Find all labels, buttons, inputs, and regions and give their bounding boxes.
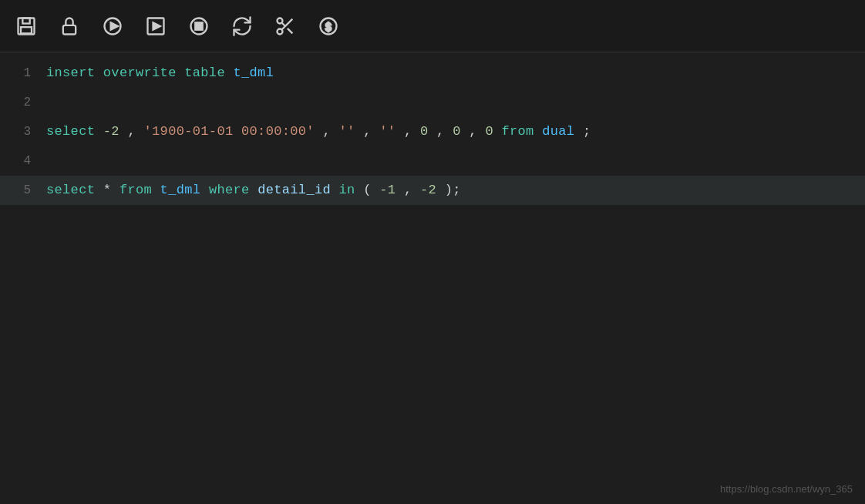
- svg-marker-7: [153, 22, 160, 29]
- toolbar: $: [0, 0, 865, 52]
- code-line-4: 4: [0, 146, 865, 176]
- refresh-icon[interactable]: [228, 12, 256, 40]
- play-step-icon[interactable]: [142, 12, 170, 40]
- code-line-2: 2: [0, 88, 865, 117]
- line-number-2: 2: [0, 88, 46, 117]
- code-line-5: 5 select * from t_dml where detail_id in…: [0, 176, 865, 205]
- svg-rect-9: [195, 22, 202, 29]
- line-content-3: select -2 , '1900-01-01 00:00:00' , '' ,…: [46, 117, 591, 146]
- lock-icon[interactable]: [56, 12, 83, 40]
- stop-icon[interactable]: [185, 12, 213, 40]
- line-number-4: 4: [0, 146, 46, 176]
- code-editor[interactable]: 1 insert overwrite table t_dml 2 3 selec…: [0, 52, 865, 504]
- svg-point-11: [278, 29, 283, 34]
- dollar-icon[interactable]: $: [315, 12, 342, 40]
- line-content-5: select * from t_dml where detail_id in (…: [46, 176, 461, 205]
- code-line-1: 1 insert overwrite table t_dml: [0, 59, 865, 88]
- line-number-5: 5: [0, 176, 46, 205]
- svg-rect-3: [63, 25, 76, 34]
- scissors-icon[interactable]: [271, 12, 299, 40]
- svg-text:$: $: [325, 20, 332, 32]
- play-icon[interactable]: [99, 12, 126, 40]
- line-number-3: 3: [0, 117, 46, 146]
- svg-rect-1: [22, 18, 29, 23]
- url-watermark: https://blog.csdn.net/wyn_365: [720, 483, 853, 495]
- line-number-1: 1: [0, 59, 46, 88]
- line-content-1: insert overwrite table t_dml: [46, 59, 274, 88]
- svg-marker-5: [111, 22, 118, 29]
- code-line-3: 3 select -2 , '1900-01-01 00:00:00' , ''…: [0, 117, 865, 146]
- save-icon[interactable]: [12, 12, 40, 40]
- svg-line-13: [288, 28, 292, 32]
- code-lines: 1 insert overwrite table t_dml 2 3 selec…: [0, 52, 865, 211]
- svg-rect-2: [21, 27, 32, 33]
- svg-point-10: [278, 18, 283, 23]
- svg-line-14: [281, 22, 285, 26]
